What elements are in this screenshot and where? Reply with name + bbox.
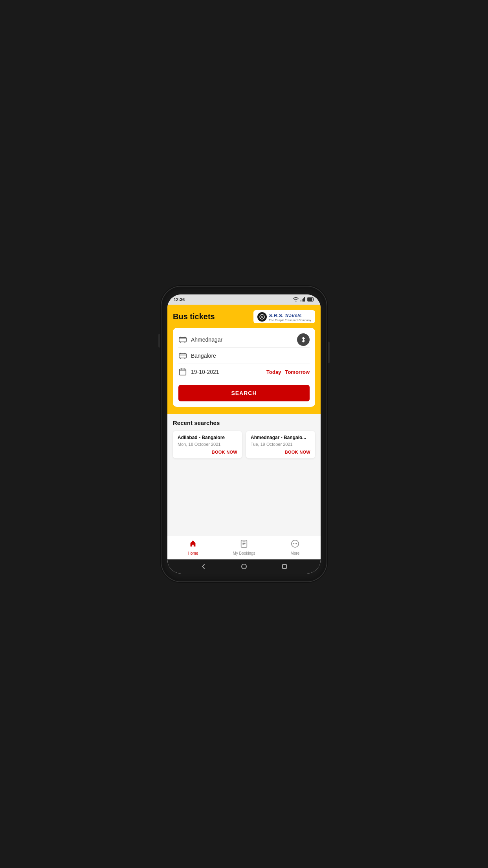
logo-text-container: S.R.S. travels The People Transport Comp… [269, 312, 311, 322]
status-bar: 12:36 [167, 294, 321, 305]
svg-rect-5 [308, 298, 312, 301]
svg-rect-8 [179, 338, 186, 342]
nav-label-bookings: My Bookings [233, 551, 255, 555]
header-section: Bus tickets S S.R.S. travels The People … [167, 305, 321, 414]
recent-searches-section: Recent searches Adilabad - Bangalore Mon… [167, 414, 321, 536]
svg-rect-1 [302, 299, 303, 302]
nav-label-more: More [291, 551, 300, 555]
svg-rect-14 [180, 369, 186, 375]
svg-point-13 [184, 358, 185, 359]
android-recents-button[interactable] [281, 563, 288, 570]
brand-logo: S S.R.S. travels The People Transport Co… [253, 310, 315, 323]
recent-searches-title: Recent searches [173, 419, 315, 426]
recent-cards-container: Adilabad - Bangalore Mon, 18 October 202… [173, 431, 315, 458]
logo-circle-icon: S [257, 312, 267, 322]
recent-card-0[interactable]: Adilabad - Bangalore Mon, 18 October 202… [173, 431, 242, 458]
svg-point-9 [180, 342, 181, 343]
svg-point-18 [295, 543, 295, 544]
home-icon [189, 539, 197, 550]
search-button[interactable]: SEARCH [178, 385, 310, 401]
nav-item-bookings[interactable]: My Bookings [218, 539, 270, 555]
wifi-icon [293, 297, 299, 302]
svg-rect-11 [179, 354, 186, 358]
today-button[interactable]: Today [266, 369, 281, 375]
svg-point-17 [293, 543, 294, 544]
swap-button[interactable] [297, 333, 310, 346]
from-row[interactable]: Ahmednagar [178, 332, 310, 348]
phone-shell: 12:36 [161, 287, 327, 581]
svg-point-19 [296, 543, 297, 544]
logo-brand-text: S.R.S. travels [269, 313, 302, 318]
recent-date-1: Tue, 19 October 2021 [251, 442, 310, 447]
to-bus-icon [178, 351, 187, 360]
logo-tagline: The People Transport Company [269, 319, 311, 322]
status-icons [293, 297, 314, 302]
android-home-button[interactable] [240, 563, 248, 570]
android-back-button[interactable] [200, 563, 207, 570]
svg-rect-0 [301, 300, 301, 302]
screen: 12:36 [167, 294, 321, 574]
recent-route-0: Adilabad - Bangalore [178, 435, 237, 440]
app-title: Bus tickets [173, 312, 215, 321]
from-city-input[interactable]: Ahmednagar [191, 337, 310, 343]
status-time: 12:36 [174, 297, 185, 302]
battery-icon [307, 297, 314, 302]
bookings-icon [240, 539, 248, 550]
tomorrow-button[interactable]: Tomorrow [285, 369, 310, 375]
recent-card-1[interactable]: Ahmednagar - Bangalo... Tue, 19 October … [246, 431, 315, 458]
header-top: Bus tickets S S.R.S. travels The People … [173, 310, 315, 323]
date-row[interactable]: 19-10-2021 Today Tomorrow [178, 364, 310, 380]
android-nav-bar [167, 559, 321, 574]
book-now-button-1[interactable]: BOOK NOW [251, 450, 310, 454]
to-city-input[interactable]: Bangalore [191, 353, 310, 359]
more-icon [291, 539, 299, 550]
from-bus-icon [178, 335, 187, 344]
book-now-button-0[interactable]: BOOK NOW [178, 450, 237, 454]
bottom-nav: Home My Bookings [167, 536, 321, 559]
svg-rect-2 [303, 298, 304, 302]
nav-item-more[interactable]: More [270, 539, 321, 555]
recent-date-0: Mon, 18 October 2021 [178, 442, 237, 447]
svg-rect-15 [241, 540, 247, 547]
recent-route-1: Ahmednagar - Bangalo... [251, 435, 310, 440]
signal-icon [301, 297, 305, 302]
calendar-icon [178, 368, 187, 376]
to-row[interactable]: Bangalore [178, 348, 310, 364]
svg-rect-3 [304, 297, 305, 302]
app-content: Bus tickets S S.R.S. travels The People … [167, 305, 321, 559]
nav-label-home: Home [188, 551, 198, 555]
svg-text:S: S [261, 316, 263, 318]
search-card: Ahmednagar [173, 328, 315, 407]
svg-point-12 [180, 358, 181, 359]
nav-item-home[interactable]: Home [167, 539, 218, 555]
svg-point-10 [184, 342, 185, 343]
date-display[interactable]: 19-10-2021 [191, 369, 262, 375]
